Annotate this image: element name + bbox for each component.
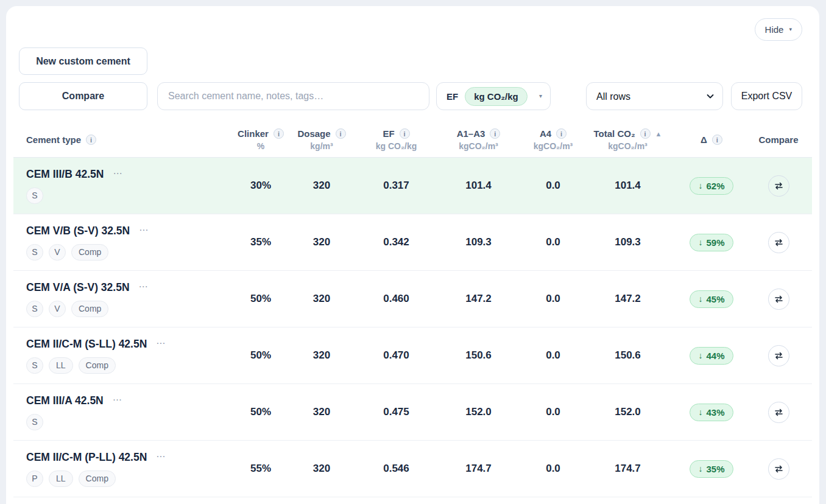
table-row[interactable]: CEM II/C-M (S-LL) 42.5N ⋯ SLLComp 50% 32… [13, 327, 812, 384]
swap-arrows-icon [774, 464, 784, 474]
row-menu-icon[interactable]: ⋯ [113, 395, 123, 404]
table-row[interactable]: CEM V/B (S-V) 32.5N ⋯ SVComp 35% 320 0.3… [13, 214, 812, 271]
cement-table: Cement type i Clinker i % Dosage i kg/m³ [6, 122, 819, 497]
row-menu-icon[interactable]: ⋯ [139, 225, 149, 234]
swap-arrows-icon [774, 294, 784, 304]
delta-value: 45% [706, 294, 724, 304]
tag-pill: S [26, 244, 43, 261]
total-co2-value: 147.2 [587, 293, 669, 305]
cement-name: CEM II/C-M (P-LL) 42.5N [26, 451, 147, 464]
info-icon[interactable]: i [274, 128, 284, 139]
delta-value: 59% [706, 237, 724, 248]
column-unit: kgCO₂/m³ [534, 141, 573, 151]
total-co2-value: 152.0 [587, 406, 669, 418]
ef-value: 0.460 [355, 293, 437, 305]
column-label: A4 [540, 128, 551, 139]
row-menu-icon[interactable]: ⋯ [113, 169, 123, 178]
delta-badge: ↓ 59% [690, 234, 733, 251]
clinker-value: 55% [233, 463, 288, 475]
arrow-down-icon: ↓ [698, 351, 702, 360]
export-csv-button[interactable]: Export CSV [731, 82, 802, 110]
compare-toggle-button[interactable] [768, 175, 789, 197]
swap-arrows-icon [774, 181, 784, 191]
compare-toggle-button[interactable] [768, 289, 789, 310]
caret-down-icon: ▾ [789, 27, 792, 32]
a4-value: 0.0 [520, 406, 587, 418]
table-row[interactable]: CEM III/B 42.5N ⋯ S 30% 320 0.317 101.4 … [13, 158, 812, 214]
sort-ascending-icon[interactable]: ▲ [655, 130, 662, 138]
row-menu-icon[interactable]: ⋯ [156, 452, 166, 461]
table-row[interactable]: CEM III/A 42.5N ⋯ S 50% 320 0.475 152.0 … [13, 384, 812, 441]
search-input[interactable] [157, 82, 429, 110]
column-label: Clinker [238, 128, 269, 139]
column-header-cement-type[interactable]: Cement type i [26, 122, 233, 157]
a4-value: 0.0 [520, 463, 587, 475]
hide-button-label: Hide [765, 24, 784, 35]
clinker-value: 30% [233, 180, 288, 192]
cement-name: CEM II/C-M (S-LL) 42.5N [26, 338, 147, 351]
compare-toggle-button[interactable] [768, 232, 789, 253]
tag-pill: Comp [71, 244, 108, 261]
rows-filter-select[interactable]: All rows [586, 82, 723, 110]
tag-pill: LL [49, 471, 73, 487]
column-header-dosage[interactable]: Dosage i kg/m³ [288, 122, 355, 157]
rows-filter-wrap: All rows [586, 82, 723, 110]
info-icon[interactable]: i [400, 128, 410, 139]
tag-pill: Comp [71, 301, 108, 317]
tag-pill: P [26, 471, 43, 487]
a1a3-value: 174.7 [437, 463, 520, 475]
cement-type-cell: CEM II/C-M (P-LL) 42.5N ⋯ PLLComp [26, 451, 233, 487]
ef-value: 0.342 [355, 236, 437, 248]
compare-toggle-button[interactable] [768, 345, 789, 366]
dosage-value: 320 [288, 236, 355, 248]
hide-button[interactable]: Hide ▾ [755, 18, 802, 41]
ef-value: 0.546 [355, 463, 437, 475]
tag-pill: S [26, 187, 43, 204]
ef-unit-dropdown[interactable]: EF kg CO₂/kg ▾ [436, 82, 551, 110]
delta-badge: ↓ 43% [690, 404, 733, 421]
compare-toggle-button[interactable] [768, 458, 789, 480]
controls-row: Compare EF kg CO₂/kg ▾ All rows Export C… [19, 82, 802, 110]
column-header-compare: Compare [754, 122, 803, 157]
info-icon[interactable]: i [86, 135, 96, 145]
caret-down-icon: ▾ [539, 93, 542, 99]
delta-value: 44% [706, 351, 724, 361]
swap-arrows-icon [774, 351, 784, 361]
column-header-total-co2[interactable]: Total CO₂ i ▲ kgCO₂/m³ [587, 122, 669, 157]
tag-list: S [26, 187, 233, 204]
table-row[interactable]: CEM II/C-M (P-LL) 42.5N ⋯ PLLComp 55% 32… [13, 441, 812, 497]
compare-button[interactable]: Compare [19, 82, 147, 110]
info-icon[interactable]: i [490, 128, 500, 139]
dosage-value: 320 [288, 293, 355, 305]
a1a3-value: 147.2 [437, 293, 520, 305]
column-header-delta[interactable]: Δ i [669, 122, 754, 157]
clinker-value: 50% [233, 349, 288, 362]
row-menu-icon[interactable]: ⋯ [139, 282, 149, 291]
row-menu-icon[interactable]: ⋯ [156, 338, 166, 348]
info-icon[interactable]: i [336, 128, 346, 139]
tag-list: S [26, 414, 233, 430]
info-icon[interactable]: i [556, 128, 567, 139]
cement-type-cell: CEM V/B (S-V) 32.5N ⋯ SVComp [26, 225, 233, 261]
column-unit: % [257, 141, 264, 151]
clinker-value: 50% [233, 406, 288, 418]
delta-badge: ↓ 44% [690, 347, 733, 365]
info-icon[interactable]: i [640, 128, 651, 139]
column-header-a4[interactable]: A4 i kgCO₂/m³ [520, 122, 587, 157]
table-row[interactable]: CEM V/A (S-V) 32.5N ⋯ SVComp 50% 320 0.4… [13, 271, 812, 327]
total-co2-value: 150.6 [587, 349, 669, 362]
tag-pill: V [49, 301, 66, 317]
cement-type-cell: CEM III/A 42.5N ⋯ S [26, 394, 233, 430]
tag-list: SVComp [26, 244, 233, 261]
column-header-clinker[interactable]: Clinker i % [233, 122, 288, 157]
column-header-ef[interactable]: EF i kg CO₂/kg [355, 122, 437, 157]
info-icon[interactable]: i [712, 135, 722, 145]
cement-name: CEM III/A 42.5N [26, 394, 104, 407]
column-label: Δ [701, 135, 707, 145]
column-header-a1a3[interactable]: A1–A3 i kgCO₂/m³ [437, 122, 520, 157]
compare-toggle-button[interactable] [768, 402, 789, 423]
new-custom-cement-button[interactable]: New custom cement [19, 47, 147, 75]
arrow-down-icon: ↓ [698, 294, 702, 304]
arrow-down-icon: ↓ [698, 181, 702, 191]
delta-badge: ↓ 45% [690, 290, 733, 308]
